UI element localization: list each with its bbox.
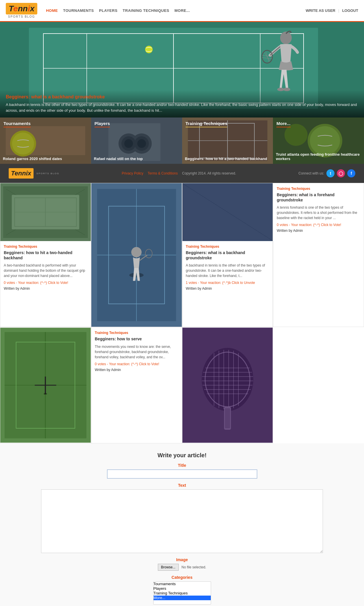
svg-line-10 [264,52,270,61]
terms-link[interactable]: Terms & Conditions [148,171,178,175]
write-as-user-link[interactable]: WRITE AS USER [306,8,335,13]
cat-label-more: More... [276,121,290,127]
facebook-icon[interactable]: f [347,169,355,177]
title-input[interactable] [107,469,257,479]
article-category-6[interactable]: Training Techniques [95,331,178,335]
article-author-1: Written by Admin [4,287,87,291]
main-nav: Tennix SPORTS BLOG HOME TOURNAMENTS PLAY… [0,0,364,22]
article-cell-1: Training Techniques Begginers: how to hi… [0,183,91,327]
cat-article-more: Truist atlanta open feeding frontline he… [276,152,361,161]
article-title-6: Begginers: how to serve [95,336,178,341]
cat-article-training: Begginers: how to hit a two-handed backh… [185,157,270,161]
instagram-icon[interactable]: ◯ [337,169,345,177]
cat-item-more[interactable]: More... Truist atlanta open feeding fron… [273,117,364,164]
svg-point-70 [202,348,253,411]
cat-label-training: Training Techniques [186,121,228,127]
category-grid: Tournaments Roland garros 2020 shifted d… [0,117,364,164]
article-title-1: Begginers: how to hit a two-handed backh… [4,250,87,260]
nav-divider: | [338,8,339,13]
nav-training[interactable]: TRAINING TECHNIQUES [123,8,169,13]
article-author-3: Written by Admin [186,287,269,291]
articles-grid: Training Techniques Begginers: how to hi… [0,183,364,443]
vote-reaction-6[interactable]: (^-^) Click to Vote! [131,362,159,366]
nav-more[interactable]: MORE... [175,8,190,13]
article-excerpt-3: A backhand in tennis is the other of the… [186,263,269,278]
cat-item-tournaments[interactable]: Tournaments Roland garros 2020 shifted d… [0,117,91,164]
hero-ball [145,45,153,55]
article-cell-3: Training Techniques Begginers: what is a… [182,183,273,327]
categories-label: Categories [6,575,358,580]
write-section-title: Write your article! [6,452,358,459]
article-image-1 [0,183,91,241]
cat-option-tournaments[interactable]: Tournaments [154,582,211,586]
text-textarea[interactable] [41,489,323,553]
footer-logo-sub: SPORTS BLOG [36,172,59,175]
footer-links: Privacy Policy Terms & Conditions Copyri… [122,171,236,175]
logout-link[interactable]: LOGOUT [342,8,358,13]
article-category-3[interactable]: Training Techniques [186,245,269,249]
logo-subtitle: SPORTS BLOG [6,15,37,18]
article-excerpt-1: A two-handed backhand is performed with … [4,263,87,278]
nav-links: HOME TOURNAMENTS PLAYERS TRAINING TECHNI… [46,8,306,13]
article-cell-6: Training Techniques Begginers: how to se… [91,327,182,443]
text-label: Text [6,483,358,488]
twitter-icon[interactable]: t [326,169,335,177]
logo-text: Tennix [9,5,34,13]
cat-option-players[interactable]: Players [154,586,211,591]
write-article-section: Write your article! Title Text Image Bro… [0,443,364,606]
svg-point-53 [129,273,144,278]
article-title-4: Begginers: what is a forehand groundstro… [277,192,360,203]
nav-home[interactable]: HOME [46,8,58,13]
hero-section: Begginers: what is a backhand groundstro… [0,22,364,117]
cat-item-training[interactable]: Training Techniques Begginers: how to hi… [182,117,273,164]
cat-label-players: Players [95,121,110,127]
article-excerpt-6: The movements you need to know are: the … [95,344,178,360]
nav-right: WRITE AS USER | LOGOUT [306,8,358,13]
article-votes-1: 0 votes - Your reaction: (^-^) Click to … [4,281,87,285]
nav-players[interactable]: PLAYERS [99,8,118,13]
image-upload-row: Browse... No file selected. [6,564,358,571]
svg-line-9 [270,47,280,55]
cat-label-tournaments: Tournaments [3,121,31,127]
cat-article-tournaments: Roland garros 2020 shifted dates [3,157,88,161]
cat-option-training[interactable]: Training Techniques [154,591,211,596]
hero-title: Begginers: what is a backhand groundstro… [6,94,358,100]
article-votes-6: 0 votes - Your reaction: (^-^) Click to … [95,362,178,366]
no-file-text: No file selected. [182,565,206,569]
privacy-policy-link[interactable]: Privacy Policy [122,171,143,175]
svg-point-54 [131,247,142,257]
logo[interactable]: Tennix SPORTS BLOG [6,3,37,18]
article-category-4[interactable]: Training Techniques [277,187,360,191]
article-body-4: Training Techniques Begginers: what is a… [273,183,364,236]
svg-line-11 [266,52,269,62]
connect-label: Connect with us: [298,171,324,175]
article-body-3: Training Techniques Begginers: what is a… [182,241,273,294]
article-category-1[interactable]: Training Techniques [4,245,87,249]
vote-reaction-4[interactable]: (^-^) Click to Vote! [313,223,341,227]
vote-reaction-3[interactable]: (^.^)b Click to Unvote [222,281,255,285]
title-label: Title [6,463,358,468]
cat-option-more[interactable]: More... [154,596,211,600]
article-body-6: Training Techniques Begginers: how to se… [91,327,182,375]
article-cell-4: Training Techniques Begginers: what is a… [273,183,364,327]
footer-logo: Tennix SPORTS BLOG [9,168,59,179]
hero-description: A backhand in tennis is the other of the… [6,102,358,113]
hero-overlay: Begginers: what is a backhand groundstro… [0,90,364,117]
article-title-3: Begginers: what is a backhand groundstro… [186,250,269,260]
browse-button[interactable]: Browse... [158,564,179,571]
categories-select[interactable]: Tournaments Players Training Techniques … [153,581,211,605]
nav-tournaments[interactable]: TOURNAMENTS [63,8,94,13]
cat-item-players[interactable]: Players Rafael nadal still on the top [91,117,182,164]
vote-reaction-1[interactable]: (^-^) Click to Vote! [40,281,68,285]
footer-social: Connect with us: t ◯ f [298,169,355,177]
footer-logo-text: Tennix [11,170,31,177]
article-cell-7 [182,327,273,443]
article-excerpt-4: A tennis forehand is one of the two type… [277,205,360,221]
article-votes-3: 1 votes - Your reaction: (^.^)b Click to… [186,281,269,285]
svg-point-67 [44,393,47,395]
svg-line-13 [262,58,272,59]
cat-article-players: Rafael nadal still on the top [94,157,179,161]
article-author-6: Written by Admin [95,368,178,372]
article-image-3 [182,183,273,241]
article-votes-4: 0 votes - Your reaction: (^-^) Click to … [277,223,360,227]
